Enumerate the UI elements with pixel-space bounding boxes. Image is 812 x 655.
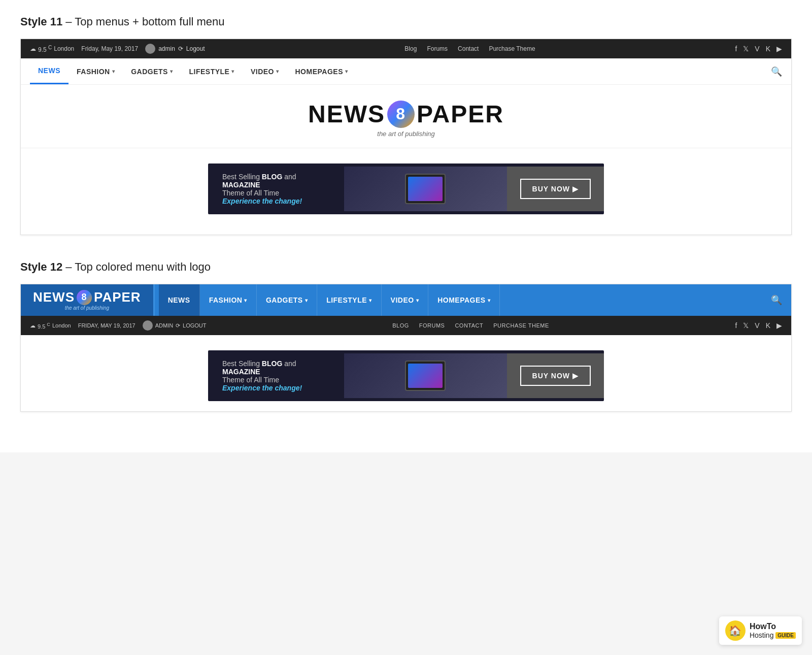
gadgets-chevron: ▾ (170, 69, 173, 74)
blue-nav-lifestyle[interactable]: LIFESTYLE ▾ (317, 284, 381, 316)
logo-number: 8 (387, 101, 415, 128)
bottombar-facebook-icon[interactable]: f (735, 321, 737, 330)
bottombar-vk-icon[interactable]: K (766, 321, 770, 330)
bottombar-temp: 9.5 C (38, 322, 50, 330)
bottombar-weather-icon: ☁ (30, 322, 36, 329)
social-icons: f 𝕏 V K ▶ (735, 45, 782, 53)
logo-text-right: PAPER (417, 100, 504, 128)
nav-gadgets[interactable]: GADGETS ▾ (123, 58, 181, 84)
blue-logo-text: NEWS 8 PAPER (33, 289, 141, 305)
weather-widget: ☁ 9.5 C London (30, 45, 74, 53)
watermark-line2: Hosting GUIDE (750, 631, 796, 640)
logo-tagline: the art of publishing (308, 130, 504, 138)
watermark-icon: 🏠 (725, 620, 746, 641)
vimeo-icon[interactable]: V (755, 45, 759, 53)
mainnav-links: NEWS FASHION ▾ GADGETS ▾ LIFESTYLE ▾ VID… (30, 58, 356, 84)
bottombar-youtube-icon[interactable]: ▶ (776, 321, 782, 330)
username: admin (158, 45, 175, 52)
blue-lifestyle-chevron: ▾ (369, 298, 372, 303)
facebook-icon[interactable]: f (735, 45, 737, 53)
topbar-nav-blog[interactable]: Blog (404, 45, 417, 52)
topbar-nav-contact[interactable]: Contact (458, 45, 479, 52)
bottombar-blog[interactable]: BLOG (392, 322, 409, 329)
bottombar-left: ☁ 9.5 C London FRIDAY, MAY 19, 2017 ADMI… (30, 320, 207, 331)
blue-gadgets-chevron: ▾ (305, 298, 308, 303)
logout-link[interactable]: Logout (186, 45, 205, 52)
bottombar-vimeo-icon[interactable]: V (755, 321, 759, 330)
page-wrapper: Style 11 – Top menus + bottom full menu … (0, 0, 812, 452)
watermark-text: HowTo Hosting GUIDE (750, 621, 796, 640)
style11-title-bold: Style 11 (20, 15, 62, 28)
logo-text-left: NEWS (308, 100, 385, 128)
blue-logo-tagline: the art of publishing (65, 305, 109, 311)
blue-nav-video[interactable]: VIDEO ▾ (382, 284, 429, 316)
youtube-icon[interactable]: ▶ (776, 45, 782, 53)
user-info: admin ⟳ Logout (145, 44, 205, 54)
twitter-icon[interactable]: 𝕏 (743, 45, 749, 53)
blue-video-chevron: ▾ (416, 298, 419, 303)
watermark-hosting: Hosting (750, 631, 773, 639)
blue-logo: NEWS 8 PAPER the art of publishing (21, 284, 155, 316)
site-logo: NEWS 8 PAPER (308, 100, 504, 128)
bottombar-twitter-icon[interactable]: 𝕏 (743, 321, 749, 330)
style12-demo: NEWS 8 PAPER the art of publishing NEWS … (20, 284, 792, 412)
banner-section: Best Selling BLOG and MAGAZINE Theme of … (21, 148, 791, 235)
nav-homepages[interactable]: HOMEPAGES ▾ (287, 58, 356, 84)
bottombar-user: ADMIN ⟳ LOGOUT (143, 320, 207, 331)
watermark-guide: GUIDE (775, 632, 796, 639)
topbar-nav-purchase[interactable]: Purchase Theme (489, 45, 535, 52)
homepages-chevron: ▾ (345, 69, 348, 74)
nav-news[interactable]: NEWS (30, 58, 69, 84)
ad-cta: BUY NOW ▶ (507, 167, 604, 211)
banner-section2: Best Selling BLOG and MAGAZINE Theme of … (21, 335, 791, 411)
blue-logo-number: 8 (77, 290, 92, 305)
tablet-screen-2 (408, 364, 443, 388)
bottombar-logout[interactable]: LOGOUT (183, 322, 206, 329)
style12-bottombar: ☁ 9.5 C London FRIDAY, MAY 19, 2017 ADMI… (21, 316, 791, 335)
video-chevron: ▾ (276, 69, 279, 74)
style11-mainnav: NEWS FASHION ▾ GADGETS ▾ LIFESTYLE ▾ VID… (21, 58, 791, 85)
topbar-nav-forums[interactable]: Forums (427, 45, 448, 52)
ad-image (344, 167, 507, 211)
bottombar-weather: ☁ 9.5 C London (30, 322, 71, 330)
blue-nav-gadgets[interactable]: GADGETS ▾ (257, 284, 317, 316)
bottombar-social: f 𝕏 V K ▶ (735, 321, 782, 330)
blue-homepages-chevron: ▾ (488, 298, 491, 303)
bottombar-nav: BLOG FORUMS CONTACT PURCHASE THEME (392, 322, 549, 329)
blue-nav-homepages[interactable]: HOMEPAGES ▾ (428, 284, 500, 316)
bottombar-contact[interactable]: CONTACT (455, 322, 483, 329)
nav-fashion[interactable]: FASHION ▾ (69, 58, 123, 84)
vk-icon[interactable]: K (766, 45, 770, 53)
tablet-screen (408, 177, 443, 201)
blue-logo-right: PAPER (94, 289, 141, 305)
buy-now-button[interactable]: BUY NOW ▶ (520, 179, 591, 199)
style12-bluenav: NEWS 8 PAPER the art of publishing NEWS … (21, 284, 791, 316)
style11-topbar: ☁ 9.5 C London Friday, May 19, 2017 admi… (21, 39, 791, 58)
date: Friday, May 19, 2017 (81, 45, 138, 52)
bottombar-avatar (143, 320, 153, 331)
bottombar-username: ADMIN (155, 322, 173, 329)
style11-title: Style 11 – Top menus + bottom full menu (20, 15, 792, 28)
watermark-howto: HowTo (750, 622, 776, 631)
blue-nav-news[interactable]: NEWS (159, 284, 200, 316)
bottombar-forums[interactable]: FORUMS (419, 322, 445, 329)
tablet-mockup-2 (405, 361, 446, 391)
ad-banner: Best Selling BLOG and MAGAZINE Theme of … (208, 163, 604, 214)
ad-line2: Theme of All Time (222, 189, 330, 197)
city: London (54, 45, 74, 52)
nav-video[interactable]: VIDEO ▾ (243, 58, 287, 84)
buy-now-button-2[interactable]: BUY NOW ▶ (520, 366, 591, 386)
blue-fashion-chevron: ▾ (244, 298, 247, 303)
blue-nav-fashion[interactable]: FASHION ▾ (200, 284, 257, 316)
topbar-left: ☁ 9.5 C London Friday, May 19, 2017 admi… (30, 44, 205, 54)
blue-logo-left: NEWS (33, 289, 75, 305)
bottombar-purchase[interactable]: PURCHASE THEME (493, 322, 549, 329)
ad-line3: Experience the change! (222, 197, 330, 205)
blue-search-button[interactable]: 🔍 (762, 284, 791, 316)
ad2-line1: Best Selling BLOG and MAGAZINE (222, 359, 330, 376)
search-button[interactable]: 🔍 (771, 66, 782, 77)
ad-text: Best Selling BLOG and MAGAZINE Theme of … (208, 163, 344, 214)
temperature: 9.5 C (38, 45, 52, 53)
ad2-text: Best Selling BLOG and MAGAZINE Theme of … (208, 350, 344, 401)
nav-lifestyle[interactable]: LIFESTYLE ▾ (181, 58, 242, 84)
